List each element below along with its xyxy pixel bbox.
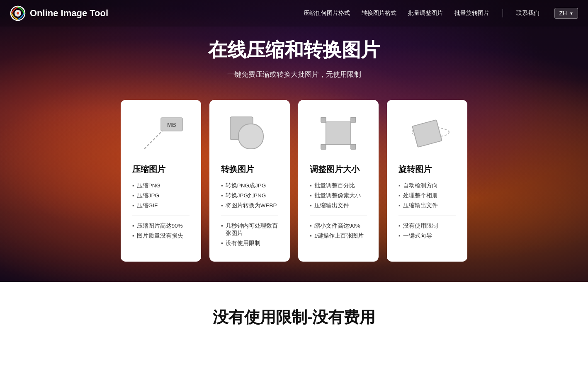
feature-item: 压缩输出文件: [398, 201, 456, 211]
nav-compress[interactable]: 压缩任何图片格式: [304, 10, 350, 17]
card-compress-features: 压缩PNG 压缩JPG 压缩GIF: [132, 181, 190, 211]
nav-divider: [503, 9, 503, 17]
highlight-item: 压缩图片高达90%: [132, 221, 190, 231]
card-rotate-features: 自动检测方向 处理整个相册 压缩输出文件: [398, 181, 456, 211]
highlight-item: 缩小文件高达90%: [310, 221, 367, 231]
highlight-item: 图片质量没有损失: [132, 231, 190, 241]
card-divider: [398, 216, 456, 216]
feature-item: 转换PNG成JPG: [221, 181, 278, 191]
svg-text:MB: MB: [167, 121, 176, 128]
feature-item: 批量调整百分比: [310, 181, 367, 191]
feature-item: 压缩JPG: [132, 191, 190, 201]
logo-icon: [10, 5, 26, 21]
card-rotate-title: 旋转图片: [398, 164, 456, 175]
card-resize-features: 批量调整百分比 批量调整像素大小 压缩输出文件: [310, 181, 367, 211]
feature-item: 将图片转换为WEBP: [221, 201, 278, 211]
card-resize[interactable]: 调整图片大小 批量调整百分比 批量调整像素大小 压缩输出文件 缩小文件高达90%…: [298, 100, 379, 262]
card-compress-title: 压缩图片: [132, 164, 190, 175]
resize-icon: [310, 112, 367, 157]
highlight-item: 没有使用限制: [221, 238, 278, 248]
lang-label: ZH: [559, 10, 567, 17]
svg-point-2: [17, 12, 19, 15]
svg-rect-13: [351, 144, 356, 149]
card-divider: [221, 216, 278, 216]
compress-icon: MB: [132, 112, 190, 157]
hero-title: 在线压缩和转换图片: [208, 37, 380, 63]
chevron-down-icon: ▼: [569, 11, 573, 16]
card-divider: [310, 216, 367, 216]
feature-item: 压缩GIF: [132, 201, 190, 211]
svg-rect-19: [412, 120, 442, 147]
bottom-title: 没有使用限制-没有费用: [213, 307, 376, 328]
highlight-item: 1键操作上百张图片: [310, 231, 367, 241]
card-convert-highlights: 几秒钟内可处理数百张图片 没有使用限制: [221, 221, 278, 248]
rotate-icon: [398, 112, 456, 157]
nav-resize[interactable]: 批量调整图片: [408, 10, 443, 17]
card-divider: [132, 216, 190, 216]
card-convert-title: 转换图片: [221, 164, 278, 175]
feature-item: 压缩PNG: [132, 181, 190, 191]
card-convert-features: 转换PNG成JPG 转换JPG到PNG 将图片转换为WEBP: [221, 181, 278, 211]
hero-section: 在线压缩和转换图片 一键免费压缩或转换大批图片，无使用限制 MB: [0, 0, 588, 282]
highlight-item: 几秒钟内可处理数百张图片: [221, 221, 278, 238]
svg-rect-8: [238, 124, 263, 149]
card-convert[interactable]: 转换图片 转换PNG成JPG 转换JPG到PNG 将图片转换为WEBP 几秒钟内…: [209, 100, 290, 262]
lang-selector[interactable]: ZH ▼: [554, 8, 578, 19]
hero-subtitle: 一键免费压缩或转换大批图片，无使用限制: [227, 70, 361, 79]
navigation: Online Image Tool 压缩任何图片格式 转换图片格式 批量调整图片…: [0, 0, 588, 27]
feature-cards: MB 压缩图片 压缩PNG 压缩JPG 压缩GIF 压缩图片高达90% 图片质量…: [104, 100, 484, 262]
svg-rect-10: [321, 117, 326, 122]
nav-contact[interactable]: 联系我们: [516, 10, 539, 17]
logo-link[interactable]: Online Image Tool: [10, 5, 304, 21]
feature-item: 自动检测方向: [398, 181, 456, 191]
nav-links: 压缩任何图片格式 转换图片格式 批量调整图片 批量旋转图片 联系我们 ZH ▼: [304, 8, 578, 19]
hero-content: 在线压缩和转换图片 一键免费压缩或转换大批图片，无使用限制 MB: [104, 0, 484, 262]
feature-item: 压缩输出文件: [310, 201, 367, 211]
svg-rect-11: [351, 117, 356, 122]
convert-icon: [221, 112, 278, 157]
logo-text: Online Image Tool: [30, 8, 108, 19]
card-rotate[interactable]: 旋转图片 自动检测方向 处理整个相册 压缩输出文件 没有使用限制 一键式向导: [387, 100, 467, 262]
card-rotate-highlights: 没有使用限制 一键式向导: [398, 221, 456, 241]
svg-rect-9: [326, 122, 351, 145]
card-compress[interactable]: MB 压缩图片 压缩PNG 压缩JPG 压缩GIF 压缩图片高达90% 图片质量…: [121, 100, 201, 262]
card-compress-highlights: 压缩图片高达90% 图片质量没有损失: [132, 221, 190, 241]
feature-item: 批量调整像素大小: [310, 191, 367, 201]
bottom-section: 没有使用限制-没有费用: [0, 282, 588, 345]
card-resize-highlights: 缩小文件高达90% 1键操作上百张图片: [310, 221, 367, 241]
highlight-item: 没有使用限制: [398, 221, 456, 231]
card-resize-title: 调整图片大小: [310, 164, 367, 175]
highlight-item: 一键式向导: [398, 231, 456, 241]
svg-rect-12: [321, 144, 326, 149]
nav-convert[interactable]: 转换图片格式: [362, 10, 396, 17]
nav-rotate[interactable]: 批量旋转图片: [454, 10, 489, 17]
feature-item: 处理整个相册: [398, 191, 456, 201]
feature-item: 转换JPG到PNG: [221, 191, 278, 201]
